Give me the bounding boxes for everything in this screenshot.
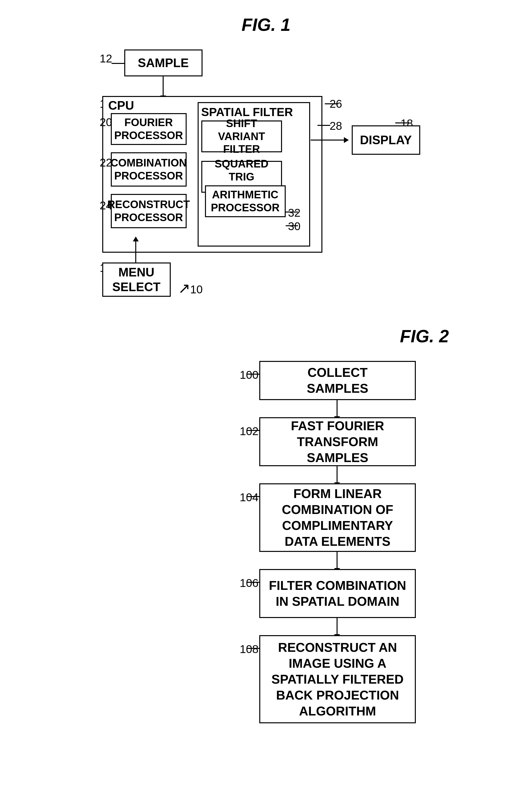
ref-102: 102 (240, 424, 259, 438)
flow-arrow-3 (337, 552, 338, 569)
filter-combination-box: FILTER COMBINATIONIN SPATIAL DOMAIN (259, 569, 416, 618)
flow-step-4: 106 FILTER COMBINATIONIN SPATIAL DOMAIN (240, 569, 435, 618)
fig2-area: FIG. 2 100 COLLECTSAMPLES 102 FAST FOURI… (20, 326, 512, 723)
flow-step-5: 108 RECONSTRUCT ANIMAGE USING ASPATIALLY… (240, 635, 435, 723)
reconstruct-image-label: RECONSTRUCT ANIMAGE USING ASPATIALLY FIL… (271, 639, 404, 719)
ref-30: 30 (288, 220, 301, 233)
combination-processor-box: COMBINATIONPROCESSOR (111, 152, 187, 186)
fft-samples-label: FAST FOURIERTRANSFORMSAMPLES (291, 418, 384, 466)
sample-box: SAMPLE (124, 50, 203, 76)
flow-arrow-1 (337, 400, 338, 417)
reconstruct-processor-box: RECONSTRUCTPROCESSOR (111, 194, 187, 228)
arithmetic-processor-box: ARITHMETICPROCESSOR (205, 185, 286, 217)
combination-processor-label: COMBINATIONPROCESSOR (110, 157, 187, 182)
fft-samples-box: FAST FOURIERTRANSFORMSAMPLES (259, 417, 416, 466)
shift-variant-filter-label: SHIFT VARIANTFILTER (202, 117, 281, 156)
fig2-title: FIG. 2 (20, 326, 449, 346)
shift-variant-filter-box: SHIFT VARIANTFILTER (201, 121, 282, 152)
reconstruct-processor-label: RECONSTRUCTPROCESSOR (107, 198, 190, 224)
fig2-flowchart: 100 COLLECTSAMPLES 102 FAST FOURIERTRANS… (240, 361, 435, 723)
arrow-sample-to-cpu (163, 76, 164, 96)
arrow-to-display (311, 140, 345, 141)
spatial-filter-label: SPATIAL FILTER (201, 105, 293, 119)
collect-samples-label: COLLECTSAMPLES (307, 365, 368, 396)
fourier-processor-label: FOURIERPROCESSOR (114, 116, 183, 142)
ref-32: 32 (288, 206, 301, 219)
fig1-area: 12 SAMPLE 14 CPU 20 FOURIERPROCESSOR 22 … (95, 50, 437, 307)
flow-arrow-2 (337, 466, 338, 483)
flow-arrow-4 (337, 618, 338, 635)
flow-step-3: 104 FORM LINEARCOMBINATION OFCOMPLIMENTA… (240, 483, 435, 552)
collect-samples-box: COLLECTSAMPLES (259, 361, 416, 400)
ref-104: 104 (240, 491, 259, 504)
display-box: DISPLAY (352, 125, 420, 155)
reconstruct-image-box: RECONSTRUCT ANIMAGE USING ASPATIALLY FIL… (259, 635, 416, 723)
form-linear-combination-label: FORM LINEARCOMBINATION OFCOMPLIMENTARYDA… (282, 486, 393, 549)
form-linear-combination-box: FORM LINEARCOMBINATION OFCOMPLIMENTARYDA… (259, 483, 416, 552)
ref-100: 100 (240, 368, 259, 381)
ref-12: 12 (100, 52, 112, 65)
ref-106: 106 (240, 576, 259, 590)
page-container: FIG. 1 12 SAMPLE 14 CPU 20 FOURIERPROCES… (0, 0, 532, 797)
flow-step-1: 100 COLLECTSAMPLES (240, 361, 435, 400)
fig1-title: FIG. 1 (20, 15, 512, 35)
fourier-processor-box: FOURIERPROCESSOR (111, 113, 187, 145)
filter-combination-label: FILTER COMBINATIONIN SPATIAL DOMAIN (269, 578, 406, 610)
menu-select-label: MENUSELECT (112, 265, 160, 294)
ref-108: 108 (240, 642, 259, 656)
flow-step-2: 102 FAST FOURIERTRANSFORMSAMPLES (240, 417, 435, 466)
menu-select-box: MENUSELECT (102, 262, 171, 297)
ref-10: ↗10 (178, 279, 203, 297)
cpu-label: CPU (108, 98, 134, 113)
arithmetic-processor-label: ARITHMETICPROCESSOR (211, 188, 280, 214)
arrow-menu-to-cpu (135, 240, 136, 262)
ref-28: 28 (330, 119, 342, 132)
